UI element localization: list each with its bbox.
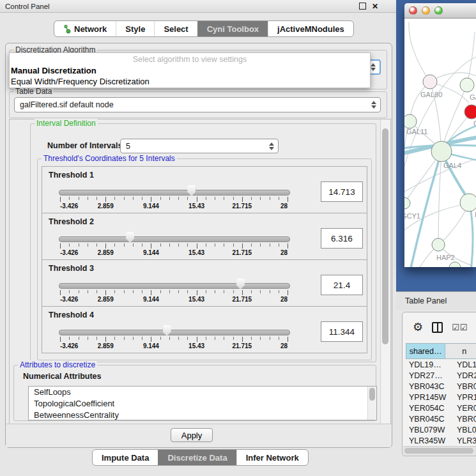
- network-window-titlebar: [404, 3, 476, 19]
- table-row[interactable]: YBR043CYBR0: [406, 381, 476, 392]
- network-node-c[interactable]: [464, 105, 476, 119]
- tab-jactivemnodules[interactable]: jActiveMNodules: [268, 21, 353, 36]
- table-row[interactable]: YDL19…YDL1: [406, 359, 476, 370]
- threshold-value-field[interactable]: 6.316: [321, 228, 363, 249]
- columns-icon[interactable]: [432, 322, 443, 333]
- network-node-gcy1[interactable]: [404, 197, 410, 209]
- thresholds-group-title: Threshold's Coordinates for 5 Intervals: [42, 154, 177, 163]
- number-of-intervals-combobox[interactable]: 5: [120, 139, 279, 153]
- bottom-tabbar: Impute DataDiscretize DataInfer Network: [92, 449, 309, 466]
- tab-style[interactable]: Style: [116, 21, 154, 36]
- settings-scrollpane: Interval Definition Number of Intervals …: [9, 119, 391, 424]
- network-node-label: GCY1: [404, 212, 420, 220]
- threshold-slider-track[interactable]: [59, 330, 290, 335]
- table-row[interactable]: YPR145WYPR1: [406, 392, 476, 403]
- slider-ticks: [59, 197, 289, 203]
- gear-icon[interactable]: ⚙: [413, 321, 423, 333]
- threshold-value-field[interactable]: 21.4: [321, 275, 363, 295]
- slider-tick-labels: -3.4262.8599.14415.4321.71528: [59, 342, 289, 350]
- number-of-intervals-value: 5: [121, 142, 269, 151]
- attribute-list-item[interactable]: TopologicalCoefficient: [29, 398, 376, 410]
- network-node-gal80[interactable]: [423, 75, 437, 89]
- table-horizontal-scrollbar[interactable]: [403, 446, 476, 455]
- threshold-label: Threshold 1: [49, 171, 94, 180]
- threshold-box-2: Threshold 2-3.4262.8599.14415.4321.71528…: [42, 213, 367, 260]
- threshold-stack: Threshold 1-3.4262.8599.14415.4321.71528…: [42, 167, 367, 353]
- threshold-slider-track[interactable]: [59, 190, 290, 196]
- column-header-name[interactable]: n: [445, 344, 476, 358]
- network-node-label: GA: [470, 93, 476, 101]
- table-row[interactable]: YLR345WYLR3: [406, 435, 476, 446]
- scrollbar-thumb[interactable]: [369, 388, 375, 401]
- table-panel-title: Table Panel: [396, 296, 447, 305]
- attributes-vertical-scrollbar[interactable]: [367, 387, 376, 420]
- slider-ticks: [59, 243, 289, 249]
- network-node-ga[interactable]: [460, 78, 474, 92]
- numerical-attributes-label: Numerical Attributes: [23, 372, 101, 381]
- network-node-label: HAP2: [436, 254, 455, 261]
- network-node-gal11[interactable]: [404, 114, 417, 128]
- threshold-value-field[interactable]: 11.344: [321, 321, 363, 342]
- network-node-hap2[interactable]: [432, 238, 445, 251]
- network-edge: [438, 209, 466, 245]
- attribute-list-item[interactable]: BetweennessCentrality: [29, 410, 376, 420]
- network-node[interactable]: [449, 262, 461, 267]
- tab-select[interactable]: Select: [154, 21, 197, 36]
- tab-network[interactable]: Network: [54, 21, 116, 36]
- slider-tick-labels: -3.4262.8599.14415.4321.71528: [59, 296, 289, 303]
- attributes-group-title: Attributes to discretize: [18, 360, 97, 369]
- tab-infer-network[interactable]: Infer Network: [236, 450, 308, 465]
- threshold-label: Threshold 4: [49, 311, 94, 319]
- control-panel-title: Control Panel: [0, 3, 50, 10]
- checkbox-icons[interactable]: ☑☑: [452, 323, 468, 332]
- tab-discretize-data[interactable]: Discretize Data: [158, 450, 236, 465]
- mac-close-button[interactable]: [409, 6, 417, 15]
- float-window-icon[interactable]: [359, 3, 366, 10]
- table-row[interactable]: YBL079WYBL0: [406, 424, 476, 435]
- threshold-box-1: Threshold 1-3.4262.8599.14415.4321.71528…: [42, 166, 367, 213]
- algorithm-option-manual[interactable]: Manual Discretization: [10, 65, 370, 76]
- network-node-label: GAL80: [420, 91, 442, 98]
- slider-ticks: [59, 337, 289, 342]
- mac-zoom-button[interactable]: [434, 6, 443, 15]
- tab-impute-data[interactable]: Impute Data: [93, 450, 158, 465]
- control-panel-titlebar: Control Panel ✕: [0, 0, 396, 13]
- mac-minimize-button[interactable]: [422, 6, 430, 15]
- network-canvas[interactable]: GAL80GACGAL11GAL4GCY1HHAP2: [404, 18, 476, 267]
- apply-button[interactable]: Apply: [171, 428, 213, 442]
- numerical-attributes-list: SelfLoopsTopologicalCoefficientBetweenne…: [28, 386, 377, 420]
- network-node-h[interactable]: [460, 194, 476, 211]
- attribute-list-item[interactable]: SelfLoops: [29, 387, 376, 398]
- threshold-label: Threshold 3: [49, 264, 94, 273]
- threshold-box-3: Threshold 3-3.4262.8599.14415.4321.71528…: [42, 259, 367, 307]
- threshold-slider-track[interactable]: [59, 283, 290, 289]
- algorithm-option-equal-width[interactable]: Equal Width/Frequency Discretization: [10, 76, 370, 87]
- slider-ticks: [59, 290, 289, 296]
- network-edge: [438, 151, 441, 245]
- network-icon: [63, 24, 71, 34]
- control-panel: Control Panel ✕ NetworkStyleSelectCyni T…: [0, 0, 396, 476]
- threshold-box-4: Threshold 4-3.4262.8599.14415.4321.71528…: [42, 306, 367, 353]
- scrollbar-thumb[interactable]: [382, 128, 388, 344]
- tab-cyni-toolbox[interactable]: Cyni Toolbox: [197, 21, 268, 36]
- settings-vertical-scrollbar[interactable]: [380, 119, 390, 424]
- table-row[interactable]: YBR045CYBR0: [406, 413, 476, 424]
- network-node-gal4[interactable]: [431, 141, 452, 162]
- interval-definition-title: Interval Definition: [35, 119, 98, 128]
- slider-tick-labels: -3.4262.8599.14415.4321.71528: [59, 249, 289, 257]
- thresholds-group: Threshold's Coordinates for 5 Intervals …: [37, 158, 372, 360]
- threshold-value-field[interactable]: 14.713: [321, 181, 363, 202]
- node-table: shared…nYDL19…YDL1YDR27…YDR2YBR043CYBR0Y…: [406, 343, 476, 457]
- scrollbar-thumb[interactable]: [404, 448, 473, 454]
- close-icon[interactable]: ✕: [372, 3, 378, 10]
- table-row[interactable]: YER054CYER0: [406, 403, 476, 413]
- network-edge: [409, 22, 430, 82]
- slider-tick-labels: -3.4262.8599.14415.4321.71528: [59, 203, 289, 210]
- network-node-label: C: [473, 119, 476, 127]
- threshold-slider-track[interactable]: [59, 236, 290, 242]
- table-data-combobox[interactable]: galFiltered.sif default node: [14, 97, 381, 112]
- interval-definition-group: Interval Definition Number of Intervals …: [30, 123, 376, 362]
- column-header-shared-name[interactable]: shared…: [406, 344, 445, 358]
- table-panel-titlebar: Table Panel: [396, 291, 476, 310]
- table-row[interactable]: YDR27…YDR2: [406, 370, 476, 381]
